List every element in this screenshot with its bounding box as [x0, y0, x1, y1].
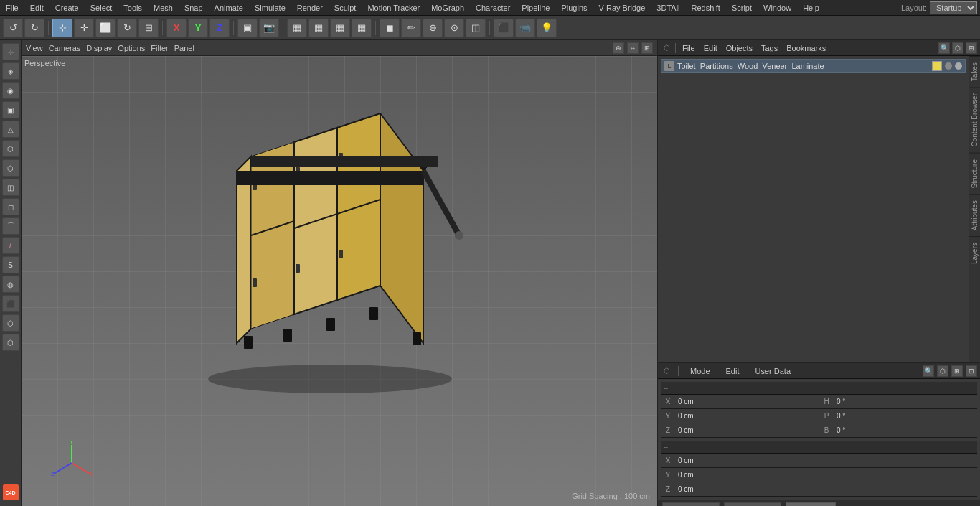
menu-character[interactable]: Character	[470, 2, 516, 14]
scale-tool-btn[interactable]: ⬜	[95, 19, 116, 37]
axis-z-btn[interactable]: Z	[209, 19, 230, 37]
vtab-layers[interactable]: Layers	[969, 236, 980, 270]
left-tool7-btn[interactable]: ⬡	[2, 159, 19, 177]
render-active-btn[interactable]: ▦	[308, 19, 329, 37]
view-menu[interactable]: View	[26, 44, 43, 52]
attr-userdata-tab[interactable]: User Data	[750, 365, 797, 377]
render-all-btn[interactable]: ▦	[330, 19, 350, 37]
obj-color-swatch[interactable]	[932, 61, 942, 71]
menu-3dtall[interactable]: 3DTAll	[651, 2, 685, 14]
menu-redshift[interactable]: Redshift	[686, 2, 726, 14]
scale-y-input[interactable]	[675, 469, 977, 482]
menu-animate[interactable]: Animate	[209, 2, 249, 14]
attr-icon1[interactable]: 🔍	[923, 365, 934, 377]
menu-edit[interactable]: Edit	[24, 2, 50, 14]
obj-vis-dot1[interactable]	[945, 62, 952, 70]
filter-menu[interactable]: Filter	[151, 44, 168, 52]
scale-z-input[interactable]	[675, 483, 977, 496]
redo-btn[interactable]: ↻	[24, 19, 44, 37]
viewport-canvas[interactable]: Perspective	[22, 56, 657, 506]
menu-select[interactable]: Select	[85, 2, 118, 14]
cameras-menu[interactable]: Cameras	[49, 44, 81, 52]
menu-file[interactable]: File	[0, 2, 24, 14]
obj-cube-btn[interactable]: ◼	[380, 19, 400, 37]
rp-edit-menu[interactable]: Edit	[700, 42, 721, 54]
obj-nurbs-btn[interactable]: ⊙	[444, 19, 464, 37]
obj-vis-dot2[interactable]	[955, 62, 962, 70]
menu-simulate[interactable]: Simulate	[249, 2, 291, 14]
panel-menu[interactable]: Panel	[174, 44, 194, 52]
menu-plugins[interactable]: Plugins	[555, 2, 593, 14]
rot-p-input[interactable]	[834, 410, 977, 423]
obj-pen-btn[interactable]: ✏	[401, 19, 421, 37]
display-menu[interactable]: Display	[86, 44, 112, 52]
menu-tools[interactable]: Tools	[118, 2, 148, 14]
pos-x-input[interactable]	[675, 395, 819, 408]
left-select-btn[interactable]: ⊹	[2, 43, 19, 60]
select-tool-btn[interactable]: ⊹	[52, 19, 72, 37]
light-btn[interactable]: 💡	[537, 19, 557, 37]
vtab-takes[interactable]: Takes	[969, 56, 980, 87]
rp-file-menu[interactable]: File	[679, 42, 699, 54]
rp-expand-btn[interactable]: ⊞	[966, 42, 977, 54]
rot-b-input[interactable]	[834, 424, 977, 437]
menu-help[interactable]: Help	[797, 2, 825, 14]
menu-vray[interactable]: V-Ray Bridge	[593, 2, 651, 14]
rp-search-btn[interactable]: 🔍	[938, 42, 950, 54]
rp-tags-menu[interactable]: Tags	[758, 42, 781, 54]
left-tool6-btn[interactable]: ⬡	[2, 140, 19, 157]
left-tool10-btn[interactable]: ⌒	[2, 217, 19, 235]
menu-snap[interactable]: Snap	[179, 2, 209, 14]
rp-objects-menu[interactable]: Objects	[722, 42, 756, 54]
attr-icon2[interactable]: ⬡	[937, 365, 948, 377]
layout-dropdown[interactable]: Startup	[930, 1, 977, 14]
attr-icon4[interactable]: ⊡	[966, 365, 977, 377]
vp-ctrl2[interactable]: ↔	[627, 42, 639, 54]
menu-pipeline[interactable]: Pipeline	[516, 2, 555, 14]
undo-btn[interactable]: ↺	[3, 19, 23, 37]
scale-x-input[interactable]	[675, 454, 977, 467]
axis-y-btn[interactable]: Y	[188, 19, 208, 37]
menu-script[interactable]: Script	[726, 2, 758, 14]
menu-render[interactable]: Render	[291, 2, 329, 14]
world-dropdown[interactable]: World	[662, 502, 720, 507]
transform-tool-btn[interactable]: ⊞	[138, 19, 159, 37]
left-tool13-btn[interactable]: ◍	[2, 276, 19, 293]
obj-deform-btn[interactable]: ◫	[466, 19, 486, 37]
rp-filter-btn[interactable]: ⬡	[952, 42, 963, 54]
attr-mode-tab[interactable]: Mode	[684, 365, 716, 377]
attr-edit-tab[interactable]: Edit	[720, 365, 745, 377]
menu-sculpt[interactable]: Sculpt	[329, 2, 362, 14]
viewport[interactable]: View Cameras Display Options Filter Pane…	[22, 40, 657, 506]
menu-motion-tracker[interactable]: Motion Tracker	[362, 2, 425, 14]
apply-button[interactable]: Apply	[786, 502, 836, 507]
floor-btn[interactable]: ⬛	[494, 19, 514, 37]
camera2-btn[interactable]: 📹	[515, 19, 535, 37]
rp-bookmarks-menu[interactable]: Bookmarks	[783, 42, 829, 54]
left-tool16-btn[interactable]: ⬡	[2, 334, 19, 351]
pos-z-input[interactable]	[675, 424, 819, 437]
left-tool14-btn[interactable]: ⬛	[2, 295, 19, 312]
pos-y-input[interactable]	[675, 410, 819, 423]
left-tool2-btn[interactable]: ◈	[2, 62, 19, 80]
move-tool-btn[interactable]: ✛	[74, 19, 94, 37]
object-row-toilet[interactable]: L Toilet_Partitions_Wood_Veneer_Laminate	[661, 59, 966, 73]
left-tool15-btn[interactable]: ⬡	[2, 314, 19, 332]
left-tool4-btn[interactable]: ▣	[2, 101, 19, 118]
scale-dropdown[interactable]: Scale	[724, 502, 781, 507]
vp-ctrl3[interactable]: ⊞	[641, 42, 653, 54]
vp-ctrl1[interactable]: ⊕	[613, 42, 624, 54]
left-tool9-btn[interactable]: ◻	[2, 198, 19, 215]
menu-mesh[interactable]: Mesh	[148, 2, 179, 14]
rot-h-input[interactable]	[834, 395, 977, 408]
attr-icon3[interactable]: ⊞	[951, 365, 963, 377]
render-settings-btn[interactable]: ▦	[352, 19, 372, 37]
menu-create[interactable]: Create	[50, 2, 85, 14]
menu-mograph[interactable]: MoGraph	[425, 2, 470, 14]
vtab-structure[interactable]: Structure	[969, 153, 980, 195]
vtab-content-browser[interactable]: Content Browser	[969, 87, 980, 152]
camera-btn[interactable]: 📷	[259, 19, 279, 37]
render-region-btn[interactable]: ▦	[287, 19, 307, 37]
left-tool12-btn[interactable]: S	[2, 256, 19, 273]
cube-btn[interactable]: ▣	[237, 19, 258, 37]
